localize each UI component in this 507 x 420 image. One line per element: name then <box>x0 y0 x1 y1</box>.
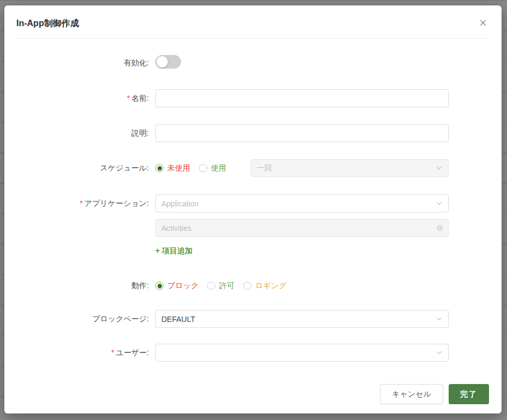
radio-circle <box>155 164 164 172</box>
block-page-label: ブロックページ: <box>4 310 155 328</box>
add-item-link[interactable]: + 項目追加 <box>155 246 192 255</box>
application-select-placeholder: Application <box>161 199 199 208</box>
schedule-row: スケジュール: 未使用 使用 一回 <box>4 159 502 177</box>
radio-dot <box>158 166 162 171</box>
dialog-footer: キャンセル 完了 <box>380 384 489 404</box>
action-row: 動作: ブロック 許可 ロギング <box>4 279 502 293</box>
schedule-frequency-value: 一回 <box>257 163 272 173</box>
application-select[interactable]: Application <box>155 194 449 212</box>
close-icon[interactable]: × <box>475 15 491 31</box>
chevron-down-icon <box>436 200 443 207</box>
action-radio-group: ブロック 許可 ロギング <box>155 281 449 291</box>
required-asterisk: * <box>80 199 82 208</box>
name-row: *名前: <box>4 89 502 107</box>
chevron-down-icon <box>436 315 443 322</box>
gear-icon[interactable] <box>436 224 444 232</box>
toggle-knob <box>156 56 168 68</box>
description-label: 説明: <box>4 124 155 142</box>
radio-action-allow[interactable]: 許可 <box>207 281 234 291</box>
radio-schedule-used[interactable]: 使用 <box>199 163 226 173</box>
dialog-body: 有効化: *名前: 説明: スケジュール: <box>4 39 502 362</box>
chevron-down-icon <box>436 349 443 356</box>
enable-toggle[interactable] <box>155 55 181 69</box>
create-inapp-control-dialog: In-App制御作成 × 有効化: *名前: 説明: <box>4 5 502 413</box>
description-input[interactable] <box>155 124 449 142</box>
enable-row: 有効化: <box>4 55 502 71</box>
block-page-value: DEFAULT <box>161 315 195 324</box>
radio-schedule-unused[interactable]: 未使用 <box>155 163 190 173</box>
schedule-label: スケジュール: <box>4 159 155 177</box>
radio-circle <box>243 282 251 290</box>
done-button[interactable]: 完了 <box>449 384 489 404</box>
required-asterisk: * <box>111 348 114 357</box>
description-row: 説明: <box>4 124 502 142</box>
radio-circle <box>199 164 207 172</box>
application-label: アプリケーション: <box>84 199 149 208</box>
dialog-header: In-App制御作成 × <box>4 5 502 38</box>
radio-label-allow: 許可 <box>219 281 234 291</box>
radio-action-logging[interactable]: ロギング <box>243 281 286 291</box>
application-row: *アプリケーション: Application + 項目追加 <box>4 194 502 255</box>
enable-label: 有効化: <box>4 56 155 70</box>
action-label: 動作: <box>4 279 155 293</box>
required-asterisk: * <box>127 94 130 102</box>
radio-dot <box>158 284 162 288</box>
schedule-radio-group: 未使用 使用 <box>155 163 251 173</box>
radio-label-unused: 未使用 <box>167 163 190 173</box>
radio-circle <box>155 282 164 290</box>
radio-circle <box>207 282 215 290</box>
user-label: ユーザー: <box>116 348 149 357</box>
block-page-row: ブロックページ: DEFAULT <box>4 310 502 328</box>
block-page-select[interactable]: DEFAULT <box>155 310 449 328</box>
name-label: 名前: <box>131 94 149 102</box>
user-select[interactable] <box>155 344 449 362</box>
dialog-title: In-App制御作成 <box>16 17 490 29</box>
radio-label-used: 使用 <box>211 163 226 173</box>
cancel-button[interactable]: キャンセル <box>380 384 443 404</box>
schedule-frequency-select: 一回 <box>251 159 449 177</box>
name-input[interactable] <box>155 89 449 107</box>
radio-action-block[interactable]: ブロック <box>155 281 198 291</box>
chevron-down-icon <box>436 165 443 172</box>
activities-input <box>155 219 449 237</box>
radio-label-block: ブロック <box>167 281 198 291</box>
radio-label-logging: ロギング <box>255 281 286 291</box>
user-row: *ユーザー: <box>4 344 502 362</box>
